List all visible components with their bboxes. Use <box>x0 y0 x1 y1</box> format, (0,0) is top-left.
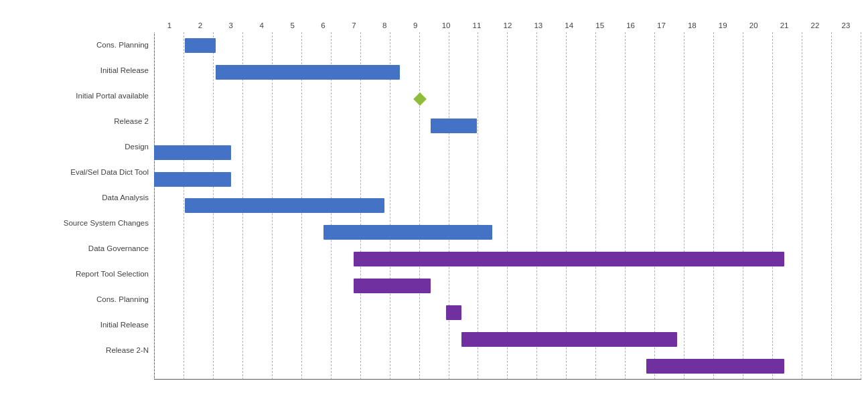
bar-row-2 <box>154 86 861 112</box>
y-label-2: Initial Portal available <box>7 83 154 108</box>
x-tick-3: 4 <box>246 21 277 29</box>
y-axis: Cons. PlanningInitial ReleaseInitial Por… <box>7 13 154 380</box>
bar-4 <box>154 145 231 160</box>
y-label-3: Release 2 <box>7 108 154 134</box>
x-tick-18: 19 <box>707 21 738 29</box>
bar-1 <box>216 65 400 80</box>
bar-0 <box>185 38 216 53</box>
bar-3 <box>431 119 477 133</box>
x-tick-1: 2 <box>185 21 216 29</box>
y-label-8: Data Governance <box>7 236 154 261</box>
bar-row-3 <box>154 112 861 139</box>
y-label-4: Design <box>7 134 154 159</box>
chart-container: Cons. PlanningInitial ReleaseInitial Por… <box>0 0 868 393</box>
x-tick-11: 12 <box>492 21 523 29</box>
y-label-11: Initial Release <box>7 312 154 337</box>
x-tick-17: 18 <box>676 21 707 29</box>
bar-6 <box>185 198 384 213</box>
x-tick-13: 14 <box>554 21 585 29</box>
bar-row-10 <box>154 299 861 326</box>
bar-9 <box>354 279 431 293</box>
bar-row-1 <box>154 59 861 86</box>
bar-11 <box>461 332 676 347</box>
x-axis-line <box>154 379 861 380</box>
x-tick-9: 10 <box>431 21 461 29</box>
bar-row-4 <box>154 139 861 166</box>
x-tick-0: 1 <box>154 21 185 29</box>
x-tick-4: 5 <box>277 21 308 29</box>
bar-row-12 <box>154 353 861 380</box>
x-tick-8: 9 <box>400 21 431 29</box>
y-label-9: Report Tool Selection <box>7 261 154 287</box>
bar-row-6 <box>154 193 861 220</box>
diamond-2 <box>413 92 427 106</box>
bar-row-9 <box>154 272 861 299</box>
bar-row-8 <box>154 246 861 272</box>
y-label-12: Release 2-N <box>7 337 154 363</box>
x-tick-19: 20 <box>738 21 769 29</box>
x-tick-14: 15 <box>585 21 616 29</box>
x-tick-16: 17 <box>646 21 677 29</box>
x-axis: 1234567891011121314151617181920212223 <box>154 13 861 32</box>
bar-8 <box>354 252 784 266</box>
bar-7 <box>323 225 493 240</box>
y-label-1: Initial Release <box>7 58 154 83</box>
x-tick-22: 23 <box>830 21 861 29</box>
y-label-0: Cons. Planning <box>7 32 154 58</box>
x-tick-2: 3 <box>216 21 246 29</box>
bar-row-5 <box>154 166 861 193</box>
x-tick-7: 8 <box>369 21 400 29</box>
x-tick-10: 11 <box>461 21 492 29</box>
x-tick-5: 6 <box>308 21 339 29</box>
bar-12 <box>646 359 785 374</box>
chart-inner: Cons. PlanningInitial ReleaseInitial Por… <box>7 13 861 380</box>
x-tick-12: 13 <box>523 21 554 29</box>
y-label-6: Data Analysis <box>7 185 154 210</box>
y-label-5: Eval/Sel Data Dict Tool <box>7 159 154 185</box>
bar-10 <box>446 305 461 320</box>
rows-container <box>154 32 861 380</box>
chart-area: 1234567891011121314151617181920212223 <box>154 13 861 380</box>
bar-row-11 <box>154 326 861 353</box>
bar-row-7 <box>154 219 861 246</box>
x-tick-21: 22 <box>800 21 830 29</box>
y-label-10: Cons. Planning <box>7 287 154 312</box>
x-tick-20: 21 <box>769 21 800 29</box>
x-tick-6: 7 <box>338 21 369 29</box>
bar-row-0 <box>154 32 861 59</box>
x-tick-15: 16 <box>616 21 646 29</box>
bars-area <box>154 32 861 380</box>
bar-5 <box>154 172 231 187</box>
y-label-7: Source System Changes <box>7 210 154 236</box>
